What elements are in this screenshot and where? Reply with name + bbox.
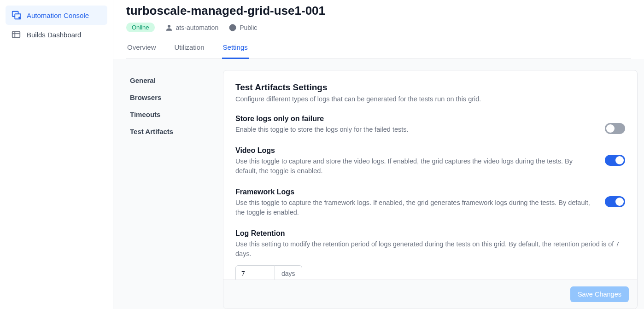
subnav-general[interactable]: General bbox=[126, 72, 214, 89]
user-icon bbox=[165, 23, 173, 32]
setting-framework-logs: Framework Logs Use this toggle to captur… bbox=[235, 188, 625, 217]
owner-meta: ats-automation bbox=[165, 23, 219, 32]
visibility-label: Public bbox=[240, 24, 257, 31]
content-area: General Browsers Timeouts Test Artifacts… bbox=[113, 59, 644, 309]
setting-text: Video Logs Use this toggle to capture an… bbox=[235, 146, 596, 176]
tabs: Overview Utilization Settings bbox=[126, 39, 631, 59]
setting-desc: Use this setting to modify the retention… bbox=[235, 239, 625, 259]
dashboard-icon bbox=[11, 29, 21, 40]
meta-row: Online ats-automation Public bbox=[126, 23, 631, 32]
setting-text: Framework Logs Use this toggle to captur… bbox=[235, 188, 596, 217]
sidebar-item-builds-dashboard[interactable]: Builds Dashboard bbox=[6, 25, 107, 44]
save-changes-button[interactable]: Save Changes bbox=[570, 286, 629, 302]
toggle-knob bbox=[615, 198, 624, 206]
svg-rect-3 bbox=[12, 32, 20, 38]
main-content: turboscale-managed-grid-use1-001 Online … bbox=[113, 0, 644, 309]
toggle-knob bbox=[615, 156, 624, 164]
setting-title: Video Logs bbox=[235, 146, 596, 155]
tab-overview[interactable]: Overview bbox=[126, 39, 157, 59]
setting-store-logs-on-failure: Store logs only on failure Enable this t… bbox=[235, 115, 625, 134]
status-badge: Online bbox=[126, 23, 155, 32]
tab-utilization[interactable]: Utilization bbox=[174, 39, 205, 59]
svg-point-6 bbox=[168, 25, 170, 28]
globe-icon bbox=[228, 23, 237, 32]
setting-desc: Use this toggle to capture the framework… bbox=[235, 198, 596, 217]
toggle-framework-logs[interactable] bbox=[605, 196, 625, 207]
toggle-video-logs[interactable] bbox=[605, 155, 625, 166]
owner-label: ats-automation bbox=[176, 24, 219, 31]
console-icon bbox=[11, 10, 21, 20]
panel-title: Test Artifacts Settings bbox=[235, 82, 625, 93]
subnav-browsers[interactable]: Browsers bbox=[126, 89, 214, 106]
subnav-timeouts[interactable]: Timeouts bbox=[126, 106, 214, 123]
subnav-test-artifacts[interactable]: Test Artifacts bbox=[126, 123, 214, 140]
header: turboscale-managed-grid-use1-001 Online … bbox=[113, 0, 644, 59]
setting-title: Store logs only on failure bbox=[235, 115, 596, 123]
sidebar-item-automation-console[interactable]: Automation Console bbox=[6, 6, 107, 25]
panel-subtitle: Configure different types of logs that c… bbox=[235, 95, 625, 103]
panel-footer: Save Changes bbox=[223, 280, 637, 309]
toggle-knob bbox=[606, 124, 615, 133]
retention-input[interactable] bbox=[235, 265, 275, 280]
panel-body: Test Artifacts Settings Configure differ… bbox=[223, 70, 637, 280]
settings-panel: Test Artifacts Settings Configure differ… bbox=[223, 70, 638, 309]
setting-title: Framework Logs bbox=[235, 188, 596, 196]
sidebar: Automation Console Builds Dashboard bbox=[0, 0, 113, 309]
visibility-meta: Public bbox=[228, 23, 257, 32]
sidebar-item-label: Automation Console bbox=[27, 12, 89, 19]
setting-desc: Use this toggle to capture and store the… bbox=[235, 157, 596, 176]
tab-settings[interactable]: Settings bbox=[222, 39, 249, 59]
svg-point-2 bbox=[18, 17, 21, 19]
setting-text: Store logs only on failure Enable this t… bbox=[235, 115, 596, 134]
setting-log-retention: Log Retention Use this setting to modify… bbox=[235, 229, 625, 280]
setting-desc: Enable this toggle to store the logs onl… bbox=[235, 125, 596, 134]
page-title: turboscale-managed-grid-use1-001 bbox=[126, 4, 631, 18]
toggle-store-logs-on-failure[interactable] bbox=[605, 123, 625, 134]
sidebar-item-label: Builds Dashboard bbox=[27, 31, 81, 39]
retention-suffix: days bbox=[275, 265, 302, 280]
setting-video-logs: Video Logs Use this toggle to capture an… bbox=[235, 146, 625, 176]
settings-subnav: General Browsers Timeouts Test Artifacts bbox=[126, 70, 214, 309]
retention-input-group: days bbox=[235, 265, 625, 280]
setting-title: Log Retention bbox=[235, 229, 625, 238]
